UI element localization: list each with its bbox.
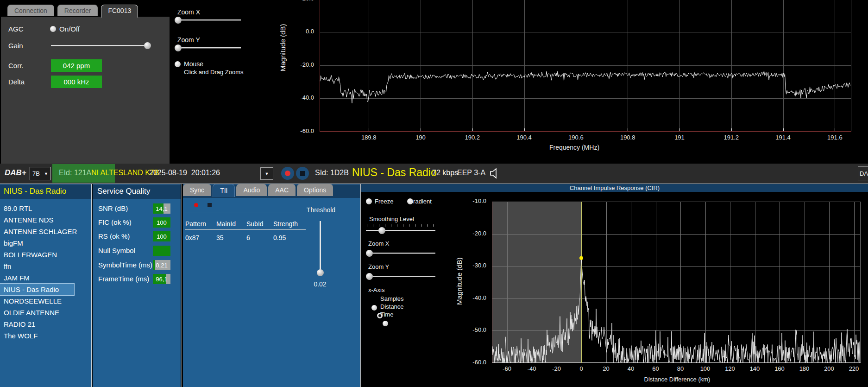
stop-icon <box>300 171 305 176</box>
mode-label: DAB+ <box>5 168 26 178</box>
cir-x-tick-label: 60 <box>644 365 667 372</box>
device-tab-connection[interactable]: Connection <box>7 5 54 16</box>
spectrum-zoom-y-slider-thumb[interactable] <box>175 44 182 51</box>
station-item[interactable]: NORDSEEWELLE <box>0 295 91 307</box>
station-panel-header: NIUS - Das Radio <box>0 184 91 199</box>
channel-select[interactable]: 7B ▼ <box>30 167 51 180</box>
cir-x-tick-label: 140 <box>743 365 767 372</box>
device-tab-bar: ConnectionRecorderFC0013 <box>7 5 138 18</box>
tii-cell-subid: 6 <box>246 233 273 242</box>
cir-smoothing-slider-thumb[interactable] <box>378 227 385 234</box>
station-item[interactable]: The WOLF <box>0 330 91 342</box>
spectrum-plot[interactable] <box>320 0 851 132</box>
spectrum-x-tick-label: 191.4 <box>769 134 797 141</box>
spectrum-zoom-x-slider[interactable] <box>175 19 241 20</box>
cir-zoom-y-slider-thumb[interactable] <box>366 273 373 280</box>
station-item[interactable]: RADIO 21 <box>0 318 91 330</box>
tii-cell-strength: 0.95 <box>273 233 306 242</box>
corr-label: Corr. <box>8 62 24 70</box>
delta-value: 000 kHz <box>51 76 102 88</box>
channel-select-value: 7B <box>32 170 40 177</box>
panel-splitter[interactable] <box>182 184 182 387</box>
stop-button[interactable] <box>296 167 309 180</box>
panel-splitter[interactable] <box>91 184 92 387</box>
cir-xaxis-option-samples: Samples <box>380 295 404 302</box>
mute-button[interactable] <box>489 167 500 182</box>
agc-label: AGC <box>8 25 24 33</box>
spectrum-x-tick-label: 190.2 <box>459 134 486 141</box>
cir-x-tick-label: 80 <box>669 365 692 372</box>
threshold-slider[interactable] <box>320 221 321 273</box>
cir-freeze-radio[interactable] <box>366 198 372 204</box>
tii-tab-tii[interactable]: TII <box>213 184 235 197</box>
device-tab-recorder[interactable]: Recorder <box>57 5 98 16</box>
tii-cell-pattern: 0x87 <box>185 233 216 242</box>
tii-divider <box>185 212 300 212</box>
station-item[interactable]: ANTENNE NDS <box>0 214 91 226</box>
panel-splitter[interactable] <box>360 184 361 387</box>
spectrum-x-tick-label: 191.6 <box>821 134 849 141</box>
quality-label: Null Symbol <box>98 246 135 256</box>
cir-zoom-y-slider[interactable] <box>366 276 435 277</box>
station-item[interactable]: NIUS - Das Radio <box>0 284 74 295</box>
spectrum-y-tick-label: -60.0 <box>278 127 314 134</box>
protection-label: EEP 3-A <box>457 169 485 177</box>
quality-label: SymbolTime (ms) <box>98 260 152 270</box>
cir-plot[interactable] <box>492 202 861 363</box>
station-item[interactable]: ANTENNE SCHLAGER <box>0 226 91 237</box>
station-item[interactable]: JAM FM <box>0 272 91 284</box>
spectrum-x-tick-label: 189.8 <box>355 134 383 141</box>
sid-label: SId: 1D2B <box>315 169 349 177</box>
quality-value-text: 100 <box>153 217 170 228</box>
station-item[interactable]: bigFM <box>0 237 91 249</box>
station-item[interactable]: ffn <box>0 260 91 272</box>
cir-y-tick-label: -50.0 <box>449 326 486 333</box>
cir-x-tick-label: 200 <box>818 365 841 372</box>
mouse-zoom-radio[interactable] <box>175 61 181 67</box>
corner-button[interactable]: DA <box>858 166 868 180</box>
cir-xaxis-option-distance: Distance <box>380 303 404 310</box>
status-bar: DAB+ 7B ▼ EId: 121A NI ALTESLAND K7B 202… <box>0 164 868 184</box>
quality-value-box: 14,1 <box>153 203 170 214</box>
gain-slider-thumb[interactable] <box>144 42 151 49</box>
cir-smoothing-tickmarks <box>367 224 435 227</box>
speaker-icon <box>489 167 500 180</box>
cir-smoothing-slider[interactable] <box>366 230 435 231</box>
station-item[interactable]: BOLLERWAGEN <box>0 249 91 260</box>
device-tab-fc0013[interactable]: FC0013 <box>101 5 138 18</box>
spectrum-zoom-y-slider[interactable] <box>175 47 241 48</box>
record-button[interactable] <box>281 167 294 180</box>
tii-tab-bar: SyncTIIAudioAACOptions <box>183 184 333 197</box>
cir-zoom-x-slider[interactable] <box>366 253 435 254</box>
threshold-slider-thumb[interactable] <box>317 269 324 276</box>
tii-tab-options[interactable]: Options <box>297 184 333 196</box>
cir-xaxis-radio-time[interactable] <box>383 321 388 326</box>
tii-table-header: PatternMainIdSubIdStrength <box>185 219 306 230</box>
cir-zoom-x-slider-thumb[interactable] <box>366 250 373 257</box>
cir-xaxis-label: x-Axis <box>368 286 384 293</box>
scan-dropdown-button[interactable]: ▼ <box>260 167 273 180</box>
cir-x-tick-label: 120 <box>718 365 742 372</box>
threshold-value: 0.02 <box>306 280 334 288</box>
tii-tab-sync[interactable]: Sync <box>183 184 211 196</box>
quality-value-box: 100 <box>153 217 170 228</box>
spectrum-y-tick-label: -40.0 <box>278 94 314 101</box>
spectrum-zoom-x-slider-thumb[interactable] <box>175 17 182 24</box>
quality-value-text: 14,1 <box>153 203 170 214</box>
cir-y-tick-label: -40.0 <box>449 294 486 301</box>
cir-xaxis-radio-samples[interactable] <box>371 305 377 311</box>
cir-y-tick-label: -60.0 <box>449 359 486 366</box>
quality-value-text: 100 <box>153 231 170 241</box>
station-item[interactable]: OLDIE ANTENNE <box>0 307 91 318</box>
mouse-zoom-label: Mouse <box>184 60 203 68</box>
tii-tab-audio[interactable]: Audio <box>236 184 267 196</box>
quality-label: SNR (dB) <box>98 203 128 214</box>
tii-tab-aac[interactable]: AAC <box>268 184 296 196</box>
cir-xaxis-option-time: Time <box>380 311 393 318</box>
quality-value-box <box>153 246 170 256</box>
agc-radio[interactable] <box>50 26 56 32</box>
station-item[interactable]: 89.0 RTL <box>0 203 91 214</box>
quality-label: FrameTime (ms) <box>98 274 149 284</box>
ensemble-name: NI ALTESLAND K7B <box>91 169 159 177</box>
gain-slider[interactable] <box>51 45 149 46</box>
